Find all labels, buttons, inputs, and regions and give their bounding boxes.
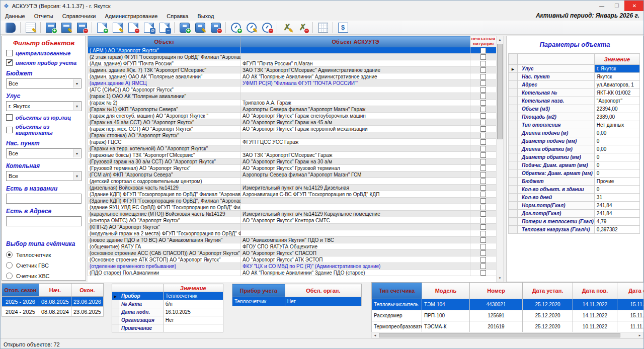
toolbar-separator[interactable] <box>40 22 41 33</box>
toolbar-separator[interactable] <box>20 22 21 33</box>
param-value[interactable]: ул.Авиаторов, 1 <box>594 81 639 89</box>
checkbox-icon[interactable] <box>6 59 13 66</box>
object-name-cell[interactable]: (Адм. здание) ФГУП "Почта России" <box>88 60 241 67</box>
device-prop-row[interactable]: Дата подп. 16.10.2025 <box>112 308 223 316</box>
delete-calculation-icon[interactable] <box>74 21 90 34</box>
param-value[interactable]: 241,84 <box>594 210 639 218</box>
object-name-cell[interactable]: (гараж) ГЦСС <box>88 139 241 145</box>
param-value[interactable]: 0 <box>594 169 639 178</box>
object-row[interactable]: (общежитие) ЯАТУ ГА ФГОУ СПО ЯАТУГА Обще… <box>88 243 497 250</box>
column-header-next-date[interactable]: Дата сл. <box>617 283 644 299</box>
meter-row[interactable]: Тепловычислитель ТЭМ-104 4430021 25.12.2… <box>372 299 644 310</box>
param-row[interactable]: Диаметр подачи (мм) 0 <box>509 137 640 145</box>
meter-verify-date-cell[interactable]: 14.11.2022 <box>573 299 617 310</box>
askue-object-cell[interactable] <box>241 132 470 139</box>
checkbox-icon[interactable] <box>6 114 13 121</box>
meter-install-date-cell[interactable]: 25.12.2020 <box>523 321 573 332</box>
emergency-checkbox[interactable] <box>480 218 486 223</box>
meters-scrollbar[interactable]: ◄ ► <box>371 332 643 338</box>
emergency-checkbox[interactable] <box>480 113 486 119</box>
object-name-cell[interactable]: (дизельная) Войсковая часть №14129 <box>88 185 241 191</box>
meter-next-date-cell[interactable]: 15.11.20 <box>617 310 644 321</box>
object-row[interactable]: (гараж) ГЦСС ФГУП ГЦСС УСС Гараж <box>88 139 497 145</box>
column-header-model[interactable]: Модель <box>422 283 470 299</box>
param-row[interactable]: Кол-во объект. в здании 0 <box>509 186 640 194</box>
askue-object-cell[interactable] <box>241 198 470 204</box>
param-value[interactable]: Якутск <box>594 73 639 81</box>
param-value[interactable]: 0,00 <box>594 129 639 137</box>
object-name-cell[interactable]: (отделение временного пребывания) <box>88 263 241 270</box>
askue-object-cell[interactable]: Измерительный пункт в/ч №14129 Караульно… <box>241 211 470 217</box>
device-org-row[interactable]: Теплосчетчик Нет <box>232 297 362 306</box>
object-contact-icon[interactable] <box>141 21 156 34</box>
object-row[interactable]: (КПП-2) АО "Аэропорт Якутск" <box>88 224 497 230</box>
object-row[interactable]: (караульное помещение (МТО)) Войсковая ч… <box>88 211 497 217</box>
object-row[interactable]: (дизельная) Войсковая часть №14129 Измер… <box>88 185 497 191</box>
param-value[interactable]: г. Якутск <box>594 65 639 73</box>
chevron-down-icon[interactable]: ▼ <box>73 172 80 180</box>
toolbar-separator[interactable] <box>225 22 226 33</box>
emergency-checkbox[interactable] <box>480 120 486 125</box>
askue-object-cell[interactable] <box>241 86 470 93</box>
emergency-checkbox[interactable] <box>480 146 486 151</box>
askue-object-cell[interactable] <box>241 178 470 185</box>
askue-object-cell[interactable] <box>241 47 470 54</box>
toolbar-separator[interactable] <box>277 22 277 33</box>
object-name-cell[interactable]: (Грузовой гараж на 30 а/м ССТ) АО "Аэроп… <box>88 158 241 165</box>
emergency-checkbox[interactable] <box>480 133 486 138</box>
askue-object-cell[interactable]: АО "Аэропорт Якутск" АТК ЭСТОП <box>241 256 470 263</box>
meter-model-cell[interactable]: ТЭМ-104 <box>422 299 470 310</box>
meter-type-radio-row[interactable]: Теплосчетчик <box>6 251 82 258</box>
meter-verify-date-cell[interactable]: 14.11.2022 <box>573 310 617 321</box>
device-prop-row[interactable]: Примечание <box>112 324 223 332</box>
menu-directories[interactable]: Справочники <box>58 12 101 21</box>
emergency-checkbox[interactable] <box>480 61 486 66</box>
param-value[interactable]: 0 <box>594 186 639 194</box>
object-name-cell[interactable]: (здание ЯУЦ УВД ЕС ОрВД) ФГУП "Госкорпор… <box>88 204 241 211</box>
object-row[interactable]: (гараж пер. мех. ССТ) АО "Аэропорт Якутс… <box>88 126 497 132</box>
boiler-select[interactable]: Все ▼ <box>6 171 82 181</box>
column-header-object[interactable]: Объект <box>88 36 241 47</box>
param-row[interactable]: Обратка: Диам. армат (мм) 0 <box>509 169 640 178</box>
season-cell[interactable]: 2024 - 2025 <box>2 307 39 317</box>
param-row[interactable]: Длинна обратки (м) 0,00 <box>509 145 640 153</box>
emergency-checkbox[interactable] <box>480 244 486 249</box>
object-row[interactable]: (Здание КДП) ФГУП "Госкорпорация по ОрВД… <box>88 198 497 204</box>
emergency-checkbox[interactable] <box>480 237 486 243</box>
checkbox-icon[interactable] <box>6 50 13 56</box>
meter-row[interactable]: Термопреобразователь ТЭСМА-К 201619 25.1… <box>372 321 644 332</box>
emergency-checkbox[interactable] <box>480 185 486 191</box>
object-row[interactable]: (Основное строение АТК ЭСТОП) АО "Аэропо… <box>88 256 497 263</box>
param-row[interactable]: Улус г. Якутск <box>509 65 640 73</box>
budget-select[interactable]: Все ▼ <box>6 78 82 89</box>
delete-meter-icon[interactable] <box>259 21 275 34</box>
filter-checkbox-row[interactable]: имеют прибор учета <box>6 59 82 66</box>
objects-scrollbar[interactable]: ▲ ▼ <box>496 36 504 282</box>
object-row[interactable]: (Гараж на 45 а/м ССТ) АО "Аэропорт Якутс… <box>88 119 497 126</box>
column-header-number[interactable]: Номер <box>470 283 523 299</box>
object-name-cell[interactable]: ( АРМ ) АО "Аэропорт Якутск" <box>88 47 241 54</box>
param-value[interactable]: "Аэропорт" <box>594 97 639 105</box>
object-row[interactable]: (контора ОМТС) АО "Аэропорт Якутск" АО "… <box>88 217 497 224</box>
object-name-cell[interactable]: (модульный гараж на 2 места) ФГУП "Госко… <box>88 230 241 237</box>
emergency-checkbox[interactable] <box>480 87 486 93</box>
object-row[interactable]: (основное строение АСС (САБ СПАСОП)) АО … <box>88 250 497 256</box>
close-button[interactable]: ✕ <box>624 1 644 11</box>
delete-object-icon[interactable] <box>125 21 141 34</box>
edit-object-icon[interactable] <box>110 21 125 34</box>
chevron-down-icon[interactable]: ▼ <box>73 79 80 88</box>
device-prop-value[interactable]: 16.10.2025 <box>163 308 223 316</box>
param-value[interactable]: 0,397382 <box>594 226 639 234</box>
askue-object-cell[interactable] <box>241 54 470 60</box>
askue-object-cell[interactable]: Аэропорты Севера филиал "Аэропорт Маган"… <box>241 106 470 113</box>
askue-object-cell[interactable]: АО АК "Полярные Авиалинии" Здание ПДО (с… <box>241 270 470 276</box>
object-name-cell[interactable]: (ГСМ а/п) ФКП "Аэропорты Севера" <box>88 171 241 178</box>
object-name-cell[interactable]: (гараж пер. мех. ССТ) АО "Аэропорт Якутс… <box>88 126 241 132</box>
maximize-button[interactable]: ❐ <box>609 1 624 11</box>
emergency-checkbox[interactable] <box>480 80 486 86</box>
menu-help[interactable]: Справка <box>162 12 193 21</box>
chevron-down-icon[interactable]: ▼ <box>73 149 80 157</box>
object-row[interactable]: (отделение временного пребывания) ФКУ "Ц… <box>88 263 497 270</box>
object-row[interactable]: (админ. здание Ж)к. 7) ТЗК "АэропортГСМс… <box>88 67 497 73</box>
exclude-object-icon[interactable] <box>156 21 172 34</box>
